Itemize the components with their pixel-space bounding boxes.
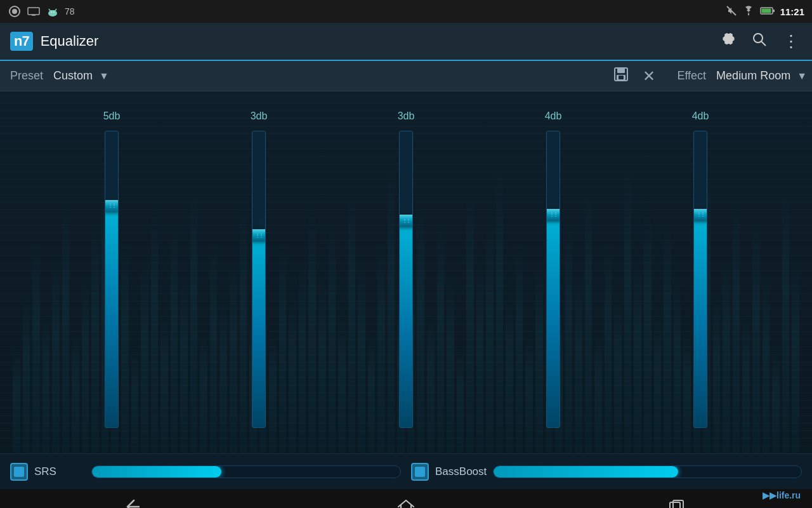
slider-track-3[interactable] — [399, 131, 413, 428]
eq-area: 5db3db3db4db4db — [0, 91, 812, 453]
screen-icon — [27, 4, 41, 18]
effects-bar: SRS BassBoost — [0, 453, 812, 489]
effect-label: Effect — [672, 69, 711, 83]
preset-chevron-icon[interactable]: ▼ — [99, 70, 109, 82]
svg-rect-16 — [773, 10, 775, 12]
slider-column-5: 4db — [691, 110, 710, 428]
slider-column-1: 5db — [102, 110, 121, 428]
slider-fill-1 — [105, 206, 118, 428]
slider-fill-4 — [547, 214, 560, 427]
slider-db-label-4: 4db — [545, 110, 562, 124]
battery-icon — [760, 6, 775, 17]
slider-fill-2 — [252, 235, 265, 427]
svg-line-8 — [55, 9, 56, 11]
slider-db-label-3: 3db — [398, 110, 415, 124]
slider-track-container-3[interactable] — [396, 131, 416, 428]
bassboost-toggle-indicator — [415, 467, 425, 477]
svg-rect-26 — [673, 500, 683, 508]
app-title: Equalizer — [41, 33, 709, 50]
search-button[interactable] — [749, 29, 770, 54]
svg-rect-15 — [761, 8, 771, 13]
svg-point-17 — [754, 34, 763, 43]
slider-track-container-1[interactable] — [102, 131, 121, 428]
effect-chevron-icon[interactable]: ▼ — [797, 70, 807, 82]
slider-track-container-5[interactable] — [691, 131, 710, 428]
srs-toggle-indicator — [14, 467, 24, 477]
slider-fill-3 — [400, 220, 412, 427]
wifi-icon — [742, 6, 755, 18]
slider-track-5[interactable] — [693, 131, 707, 428]
slider-track-4[interactable] — [546, 131, 560, 428]
home-button[interactable] — [370, 493, 442, 508]
svg-line-7 — [49, 9, 50, 11]
svg-point-11 — [53, 11, 55, 13]
more-button[interactable]: ⋮ — [780, 29, 802, 54]
app-actions: ⋮ — [717, 29, 802, 54]
bassboost-label: BassBoost — [435, 465, 487, 478]
record-icon — [8, 4, 22, 18]
recent-button[interactable] — [641, 493, 712, 508]
mute-icon — [726, 5, 737, 18]
time-display: 11:21 — [780, 6, 804, 17]
android-icon — [46, 4, 60, 18]
srs-label: SRS — [34, 465, 85, 478]
slider-track-container-2[interactable] — [249, 131, 268, 428]
svg-text:▶▶: ▶▶ — [763, 490, 777, 500]
svg-line-18 — [762, 42, 766, 46]
app-bar: n7 Equalizer ⋮ — [0, 23, 812, 61]
slider-column-4: 4db — [544, 110, 563, 428]
back-button[interactable] — [100, 493, 171, 508]
watermark: ▶▶ life.ru — [763, 488, 807, 504]
svg-rect-22 — [619, 76, 624, 79]
slider-db-label-5: 4db — [692, 110, 709, 124]
svg-point-13 — [747, 13, 749, 15]
srs-toggle[interactable] — [10, 463, 28, 481]
srs-effect-group: SRS — [10, 463, 401, 481]
svg-point-1 — [12, 9, 17, 14]
svg-rect-20 — [617, 68, 625, 73]
nav-bar — [0, 489, 812, 508]
close-button[interactable]: ✕ — [636, 65, 662, 88]
svg-point-10 — [51, 11, 52, 13]
bassboost-slider-fill — [494, 466, 678, 478]
slider-thumb-5[interactable] — [693, 209, 707, 220]
preset-value[interactable]: Custom — [48, 69, 98, 83]
srs-slider-fill — [92, 466, 221, 478]
controls-row: Preset Custom ▼ ✕ Effect Medium Room ▼ — [0, 61, 812, 91]
slider-column-2: 3db — [249, 110, 268, 428]
svg-text:life.ru: life.ru — [776, 490, 801, 500]
slider-thumb-1[interactable] — [105, 200, 119, 211]
slider-thumb-2[interactable] — [252, 229, 266, 241]
bassboost-slider[interactable] — [493, 465, 802, 478]
slider-track-1[interactable] — [105, 131, 119, 428]
status-icons-left: 78 — [8, 4, 75, 18]
bassboost-effect-group: BassBoost — [411, 463, 802, 481]
slider-track-2[interactable] — [252, 131, 266, 428]
slider-column-3: 3db — [396, 110, 416, 428]
save-button[interactable] — [606, 63, 636, 90]
settings-button[interactable] — [717, 29, 738, 54]
slider-db-label-1: 5db — [103, 110, 121, 124]
battery-number: 78 — [65, 6, 75, 17]
app-logo: n7 — [10, 32, 33, 51]
srs-slider[interactable] — [91, 465, 401, 478]
slider-thumb-3[interactable] — [399, 215, 413, 226]
slider-db-label-2: 3db — [251, 110, 268, 124]
svg-rect-9 — [50, 10, 55, 14]
svg-rect-2 — [28, 8, 39, 15]
slider-thumb-4[interactable] — [546, 209, 560, 220]
bassboost-toggle[interactable] — [411, 463, 429, 481]
effect-value[interactable]: Medium Room — [711, 69, 796, 83]
eq-sliders-container: 5db3db3db4db4db — [0, 91, 812, 453]
slider-track-container-4[interactable] — [544, 131, 563, 428]
slider-fill-5 — [694, 214, 707, 427]
preset-label: Preset — [5, 69, 48, 83]
status-icons-right: 11:21 — [726, 5, 804, 18]
svg-rect-25 — [670, 502, 680, 508]
status-bar: 78 11:21 — [0, 0, 812, 23]
